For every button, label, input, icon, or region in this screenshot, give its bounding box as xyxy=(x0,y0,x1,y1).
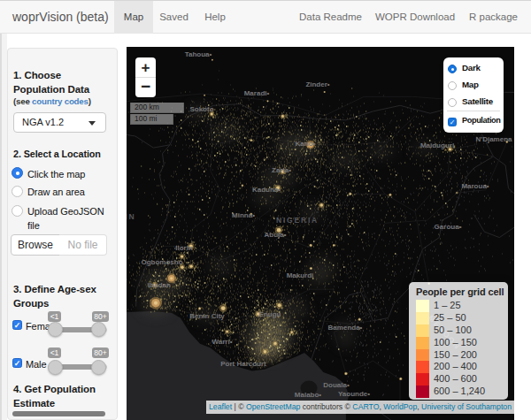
svg-text:Makurdi: Makurdi xyxy=(287,271,314,279)
svg-text:Enugu: Enugu xyxy=(259,310,281,318)
svg-text:Zinder•: Zinder• xyxy=(305,80,329,88)
svg-text:Maroua•: Maroua• xyxy=(461,182,489,190)
svg-text:Port Harcourt: Port Harcourt xyxy=(220,360,266,368)
svg-text:Warri•: Warri• xyxy=(212,338,233,346)
svg-text:Benin City: Benin City xyxy=(189,312,225,320)
svg-text:Abuja•: Abuja• xyxy=(264,231,286,239)
svg-text:NIGERIA: NIGERIA xyxy=(276,216,319,225)
svg-text:Garoua•: Garoua• xyxy=(435,223,462,231)
svg-text:Ibadan: Ibadan xyxy=(148,281,171,289)
svg-text:Kano•: Kano• xyxy=(296,140,316,148)
svg-text:BENIN: BENIN xyxy=(127,212,135,221)
svg-text:Zaria•: Zaria• xyxy=(272,166,291,174)
svg-text:Maradi•: Maradi• xyxy=(244,89,270,97)
svg-text:Yaounde•: Yaounde• xyxy=(338,390,370,398)
svg-text:Ilorin: Ilorin xyxy=(175,244,193,252)
svg-text:Tahoua•: Tahoua• xyxy=(185,50,212,58)
svg-text:N'Djamena: N'Djamena xyxy=(475,135,512,143)
svg-text:Maiduguri: Maiduguri xyxy=(420,141,454,149)
svg-text:Douala•: Douala• xyxy=(323,381,350,389)
svg-text:Minna•: Minna• xyxy=(232,211,255,219)
svg-text:Ogbomosho: Ogbomosho xyxy=(141,258,182,266)
svg-text:Kaduna•: Kaduna• xyxy=(252,186,281,194)
svg-text:Bamenda•: Bamenda• xyxy=(328,324,363,332)
svg-text:Sokoto: Sokoto xyxy=(189,105,213,113)
svg-text:Malabo•: Malabo• xyxy=(295,391,322,399)
